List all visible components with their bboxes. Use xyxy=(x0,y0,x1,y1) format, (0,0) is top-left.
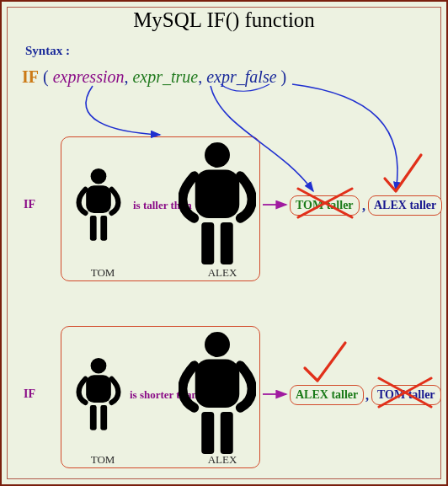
svg-rect-7 xyxy=(221,222,233,264)
svg-rect-1 xyxy=(86,185,111,213)
syntax-comma-1: , xyxy=(124,67,132,86)
svg-rect-15 xyxy=(221,412,233,454)
svg-rect-13 xyxy=(195,360,240,409)
if-label-2: IF xyxy=(24,387,35,401)
syntax-expression: expression xyxy=(53,67,125,86)
svg-rect-9 xyxy=(86,375,111,403)
diagram-canvas: MySQL IF() function Syntax : IF ( expres… xyxy=(0,0,448,486)
svg-rect-5 xyxy=(195,170,240,219)
svg-rect-11 xyxy=(100,405,107,430)
svg-rect-2 xyxy=(90,216,97,241)
svg-rect-14 xyxy=(201,412,214,454)
person-icon xyxy=(179,328,256,454)
result-comma-2: , xyxy=(365,388,369,403)
syntax-open: ( xyxy=(43,67,53,86)
result-false-2: TOM taller xyxy=(371,385,441,405)
svg-rect-10 xyxy=(90,405,97,430)
syntax-line: IF ( expression, expr_true, expr_false ) xyxy=(22,67,286,87)
figure-name-alex-2: ALEX xyxy=(197,453,248,467)
svg-rect-6 xyxy=(201,222,214,264)
syntax-label: Syntax : xyxy=(25,44,70,58)
result-true-2: ALEX taller xyxy=(290,385,364,405)
syntax-expr-false: expr_false xyxy=(206,67,276,86)
figure-name-alex-1: ALEX xyxy=(197,266,248,280)
person-icon xyxy=(69,343,128,444)
syntax-comma-2: , xyxy=(198,67,206,86)
svg-point-12 xyxy=(205,332,230,357)
svg-rect-3 xyxy=(100,216,107,241)
syntax-keyword: IF xyxy=(22,67,39,86)
figure-name-tom-2: TOM xyxy=(82,453,124,467)
person-icon xyxy=(69,153,128,254)
if-label-1: IF xyxy=(24,198,35,211)
svg-point-8 xyxy=(91,358,107,374)
svg-point-0 xyxy=(91,168,107,184)
page-title: MySQL IF() function xyxy=(2,8,446,32)
svg-point-4 xyxy=(205,142,230,168)
result-true-1: TOM taller xyxy=(290,195,360,216)
person-icon xyxy=(179,138,256,264)
result-comma-1: , xyxy=(362,199,365,214)
syntax-close: ) xyxy=(277,67,287,86)
syntax-expr-true: expr_true xyxy=(132,67,198,86)
figure-name-tom-1: TOM xyxy=(82,266,124,280)
result-false-1: ALEX taller xyxy=(368,195,442,216)
